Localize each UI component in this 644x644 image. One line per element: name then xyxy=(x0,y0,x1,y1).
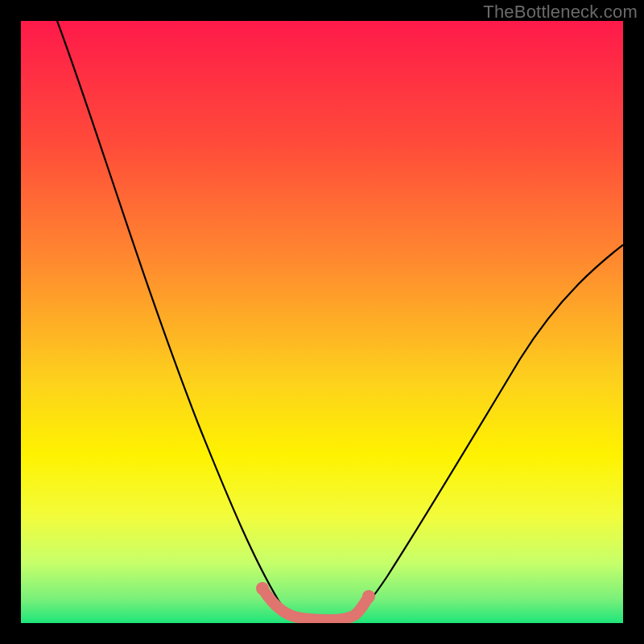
gradient-background xyxy=(21,21,623,623)
chart-frame xyxy=(21,21,623,623)
highlight-start-dot xyxy=(256,582,269,595)
highlight-end-dot xyxy=(362,590,375,603)
watermark-text: TheBottleneck.com xyxy=(483,2,638,23)
bottleneck-chart-svg xyxy=(21,21,623,623)
